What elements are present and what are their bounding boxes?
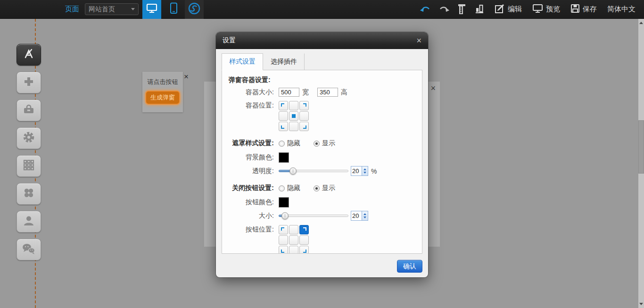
position-cell[interactable] bbox=[279, 122, 288, 131]
modal-content: 弹窗容器设置: 容器大小: 宽 高 容器位置: bbox=[222, 70, 422, 254]
color-swatch[interactable] bbox=[279, 197, 289, 208]
sidebar-item-shapes[interactable] bbox=[17, 183, 41, 205]
scroll-up-icon[interactable] bbox=[639, 22, 643, 24]
tab-choose-plugin[interactable]: 选择插件 bbox=[263, 53, 305, 70]
toolbar-right-group: 编辑 预览 保存 简体中文 bbox=[412, 3, 636, 16]
undo-button[interactable] bbox=[420, 5, 430, 14]
color-swatch[interactable] bbox=[279, 152, 289, 163]
page-label: 页面 bbox=[65, 5, 79, 14]
closebtn-show-option[interactable]: 显示 bbox=[314, 184, 335, 192]
shapes-icon bbox=[22, 186, 35, 201]
ruler-button[interactable] bbox=[458, 3, 466, 16]
columns-button[interactable] bbox=[475, 4, 484, 15]
canvas-scrollbar[interactable] bbox=[638, 19, 644, 308]
preview-button[interactable]: 预览 bbox=[532, 4, 560, 15]
popup-trigger-widget[interactable]: 请点击按钮 生成弹窗 bbox=[142, 72, 183, 112]
position-cell[interactable] bbox=[289, 122, 298, 131]
spinner-arrows-icon[interactable] bbox=[362, 211, 368, 220]
preview-label: 预览 bbox=[546, 5, 560, 14]
radio-icon[interactable] bbox=[279, 141, 285, 147]
widget-close-icon[interactable]: × bbox=[183, 72, 190, 82]
bar-columns-icon bbox=[475, 4, 484, 15]
gear-icon bbox=[22, 131, 35, 146]
opacity-unit-label: % bbox=[371, 167, 377, 175]
position-cell[interactable] bbox=[289, 246, 298, 254]
position-cell[interactable] bbox=[289, 225, 298, 234]
slider-handle[interactable] bbox=[281, 212, 289, 219]
toolbar-left-group: 页面 网站首页 bbox=[65, 0, 204, 19]
scrollbar-thumb[interactable] bbox=[638, 120, 644, 174]
modal-title: 设置 bbox=[223, 36, 416, 45]
radio-icon[interactable] bbox=[314, 141, 320, 147]
save-button[interactable]: 保存 bbox=[570, 4, 597, 15]
container-height-input[interactable] bbox=[317, 88, 338, 97]
sidebar-item-design[interactable] bbox=[17, 44, 41, 66]
position-cell[interactable] bbox=[299, 235, 309, 245]
position-cell[interactable] bbox=[279, 225, 288, 234]
page-select[interactable]: 网站首页 bbox=[85, 3, 139, 15]
closebtn-position-grid bbox=[279, 225, 309, 254]
tab-style-settings[interactable]: 样式设置 bbox=[222, 53, 263, 70]
position-cell[interactable] bbox=[299, 246, 309, 254]
widget-sidebar bbox=[17, 44, 41, 260]
wechat-icon bbox=[22, 242, 36, 257]
size-input[interactable] bbox=[351, 211, 362, 220]
top-toolbar: 页面 网站首页 bbox=[0, 0, 644, 19]
sidebar-item-wechat[interactable] bbox=[17, 239, 41, 260]
mask-style-row: 遮罩样式设置: 隐藏 显示 bbox=[229, 139, 415, 148]
user-icon bbox=[22, 214, 35, 229]
position-cell[interactable] bbox=[279, 246, 288, 254]
section-heading-container: 弹窗容器设置: bbox=[229, 76, 415, 84]
mask-hide-option[interactable]: 隐藏 bbox=[279, 139, 300, 148]
preview-close-icon[interactable]: × bbox=[430, 84, 436, 92]
generate-popup-button[interactable]: 生成弹窗 bbox=[145, 91, 180, 105]
radio-icon[interactable] bbox=[314, 185, 320, 191]
size-slider[interactable] bbox=[279, 212, 348, 219]
corner-bracket-icon bbox=[281, 125, 284, 129]
sidebar-item-user[interactable] bbox=[17, 211, 41, 233]
position-cell[interactable] bbox=[279, 111, 288, 121]
radio-icon[interactable] bbox=[279, 185, 285, 191]
desktop-view-button[interactable] bbox=[142, 0, 161, 19]
edit-button[interactable]: 编辑 bbox=[495, 3, 522, 15]
position-cell[interactable] bbox=[299, 111, 309, 121]
sidebar-item-add[interactable] bbox=[17, 72, 41, 93]
mask-show-option[interactable]: 显示 bbox=[314, 139, 335, 148]
edit-label: 编辑 bbox=[508, 5, 522, 14]
position-cell[interactable] bbox=[289, 235, 298, 245]
position-cell[interactable] bbox=[279, 235, 288, 245]
spinner-arrows-icon[interactable] bbox=[362, 166, 368, 175]
design-tools-icon bbox=[22, 47, 35, 62]
position-cell[interactable] bbox=[289, 111, 298, 121]
toolbox-icon bbox=[22, 103, 35, 118]
position-cell[interactable] bbox=[299, 122, 309, 131]
position-cell[interactable] bbox=[279, 101, 288, 110]
opacity-input[interactable] bbox=[351, 166, 362, 175]
mask-hide-label: 隐藏 bbox=[287, 139, 300, 148]
modal-close-icon[interactable]: × bbox=[416, 36, 421, 45]
save-floppy-icon bbox=[570, 4, 580, 15]
sidebar-item-settings[interactable] bbox=[17, 127, 41, 149]
sidebar-item-modules[interactable] bbox=[17, 155, 41, 177]
mobile-view-button[interactable] bbox=[165, 0, 182, 19]
closebtn-size-row: 大小: bbox=[229, 211, 415, 221]
sidebar-item-toolbox[interactable] bbox=[17, 100, 41, 121]
container-width-input[interactable] bbox=[279, 88, 299, 97]
position-cell[interactable] bbox=[299, 225, 309, 234]
modal-tabs: 样式设置 选择插件 bbox=[222, 53, 422, 70]
scroll-down-icon[interactable] bbox=[639, 303, 643, 305]
language-switcher[interactable]: 简体中文 bbox=[607, 5, 636, 14]
closebtn-hide-option[interactable]: 隐藏 bbox=[279, 184, 300, 192]
redo-button[interactable] bbox=[439, 5, 449, 14]
confirm-button[interactable]: 确认 bbox=[397, 260, 422, 273]
corner-bracket-icon bbox=[303, 250, 306, 253]
opacity-spinner bbox=[351, 166, 368, 176]
position-cell[interactable] bbox=[289, 101, 298, 110]
slider-track bbox=[279, 215, 348, 217]
position-cell[interactable] bbox=[299, 101, 309, 110]
opacity-slider[interactable] bbox=[279, 167, 348, 175]
slider-handle[interactable] bbox=[289, 167, 297, 175]
modal-footer: 确认 bbox=[397, 260, 422, 273]
container-position-label: 容器位置: bbox=[229, 101, 274, 110]
plugin-button[interactable] bbox=[185, 0, 204, 19]
